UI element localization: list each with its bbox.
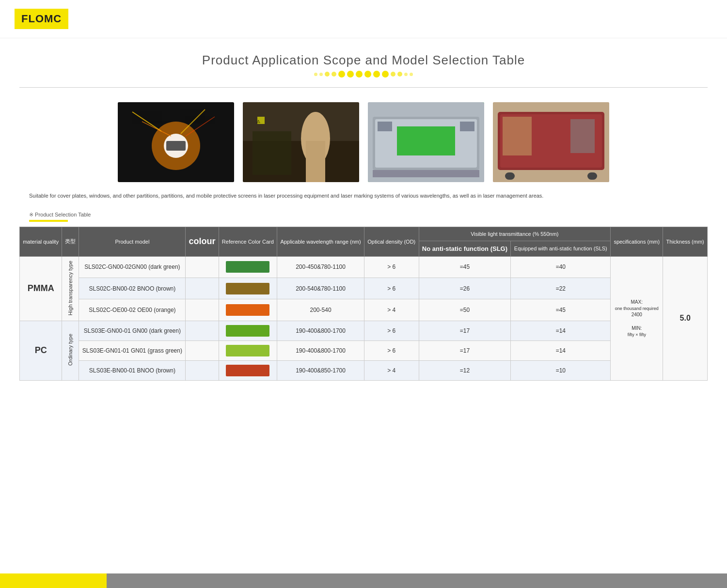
color-swatch-orange [226, 304, 269, 316]
deco-dot [391, 72, 395, 77]
colour-cell [186, 321, 219, 340]
spec-max-label: MAX: [614, 299, 660, 306]
model-cell: SLS03E-GN01-01 GN01 (grass green) [79, 340, 186, 360]
product-selection-label: Product Selection Table [0, 208, 727, 219]
deco-dot [410, 73, 413, 76]
th-specifications: specifications (mm) [611, 227, 663, 256]
no-static-cell: =50 [419, 299, 511, 321]
images-row: ⚠ [0, 97, 727, 192]
table-row: SLS03E-GN01-01 GN01 (grass green) 190-40… [20, 340, 708, 360]
svg-rect-7 [166, 141, 186, 151]
colour-cell [186, 360, 219, 380]
svg-rect-18 [397, 126, 455, 155]
swatch-cell [219, 299, 277, 321]
deco-dot [338, 71, 345, 77]
laser-image [118, 102, 234, 182]
table-row: PMMA High transparency type SLS02C-GN00-… [20, 256, 708, 278]
wavelength-cell: 190-400&850-1700 [277, 360, 364, 380]
spec-max-value: 2400 [614, 311, 660, 318]
page-title: Product Application Scope and Model Sele… [0, 53, 727, 68]
deco-dot [314, 73, 317, 76]
wavelength-cell: 200-450&780-1100 [277, 256, 364, 278]
svg-rect-20 [460, 122, 474, 131]
type-ordinary: Ordinary type [62, 321, 79, 380]
label-underline [29, 220, 68, 222]
od-cell: > 6 [364, 321, 419, 340]
page-title-section: Product Application Scope and Model Sele… [0, 38, 727, 82]
lab-image: ⚠ [243, 102, 359, 182]
swatch-cell [219, 340, 277, 360]
model-cell: SLS03E-BN00-01 BNOO (brown) [79, 360, 186, 380]
color-swatch-dark-green [226, 261, 269, 273]
swatch-cell [219, 278, 277, 299]
deco-dot [356, 71, 363, 77]
model-cell: SLS02C-GN00-02GN00 (dark green) [79, 256, 186, 278]
th-material: material quality [20, 227, 62, 256]
product-table: material quality 类型 Product model colour… [19, 227, 708, 381]
deco-dot [332, 72, 336, 77]
color-swatch-brown2 [226, 365, 269, 376]
no-static-cell: =26 [419, 278, 511, 299]
svg-rect-28 [587, 172, 597, 180]
with-static-cell: =45 [511, 299, 611, 321]
swatch-cell [219, 321, 277, 340]
wavelength-cell: 190-400&800-1700 [277, 340, 364, 360]
no-static-cell: =17 [419, 321, 511, 340]
header: FLOMC [0, 0, 727, 38]
footer-yellow [0, 573, 107, 588]
svg-rect-26 [570, 119, 595, 153]
svg-rect-19 [378, 122, 392, 131]
table-row: PC Ordinary type SLS03E-GN00-01 GN00 (da… [20, 321, 708, 340]
model-cell: SLS02C-BN00-02 BNOO (brown) [79, 278, 186, 299]
deco-dot [364, 71, 371, 77]
svg-rect-25 [503, 117, 532, 155]
spec-cell: MAX: one thousand required 2400 MIN: fif… [611, 256, 663, 380]
svg-rect-11 [306, 141, 325, 182]
od-cell: > 4 [364, 360, 419, 380]
table-row: SLS02C-OE00-02 OE00 (orange) 200-540 > 4… [20, 299, 708, 321]
spec-max-note: one thousand required [614, 306, 660, 312]
od-cell: > 6 [364, 256, 419, 278]
description-text: Suitable for cover plates, windows, and … [0, 192, 727, 208]
spec-min-note: fifty × fifty [614, 332, 660, 338]
deco-dot [373, 71, 380, 77]
with-static-cell: =22 [511, 278, 611, 299]
no-static-cell: =12 [419, 360, 511, 380]
deco-dot [319, 73, 323, 76]
colour-cell [186, 340, 219, 360]
color-swatch-brown [226, 283, 269, 294]
th-thickness: Thickness (mm) [663, 227, 708, 256]
th-with-antistatic: Equipped with anti-static function (SLS) [511, 241, 611, 256]
th-no-antistatic: No anti-static function (SLG) [419, 241, 511, 256]
od-cell: > 4 [364, 299, 419, 321]
deco-dot [347, 71, 354, 77]
colour-cell [186, 299, 219, 321]
svg-rect-12 [253, 131, 291, 175]
no-static-cell: =17 [419, 340, 511, 360]
table-row: SLS02C-BN00-02 BNOO (brown) 200-540&780-… [20, 278, 708, 299]
with-static-cell: =14 [511, 340, 611, 360]
with-static-cell: =14 [511, 321, 611, 340]
footer [0, 573, 727, 588]
swatch-cell [219, 360, 277, 380]
th-reference-color: Reference Color Card [219, 227, 277, 256]
od-cell: > 6 [364, 278, 419, 299]
colour-cell [186, 278, 219, 299]
deco-dot [404, 73, 408, 76]
table-row: SLS03E-BN00-01 BNOO (brown) 190-400&850-… [20, 360, 708, 380]
spec-note: MAX: one thousand required 2400 MIN: fif… [614, 299, 660, 338]
model-cell: SLS03E-GN00-01 GN00 (dark green) [79, 321, 186, 340]
deco-dot [325, 72, 330, 77]
model-cell: SLS02C-OE00-02 OE00 (orange) [79, 299, 186, 321]
th-colour: colour [186, 227, 219, 256]
with-static-cell: =10 [511, 360, 611, 380]
wavelength-cell: 200-540 [277, 299, 364, 321]
svg-rect-27 [505, 172, 515, 180]
wavelength-cell: 200-540&780-1100 [277, 278, 364, 299]
no-static-cell: =45 [419, 256, 511, 278]
color-swatch-green2 [226, 325, 269, 337]
spec-min-label: MIN: [614, 325, 660, 332]
color-swatch-grass [226, 345, 269, 356]
th-type: 类型 [62, 227, 79, 256]
material-pc: PC [20, 321, 62, 380]
